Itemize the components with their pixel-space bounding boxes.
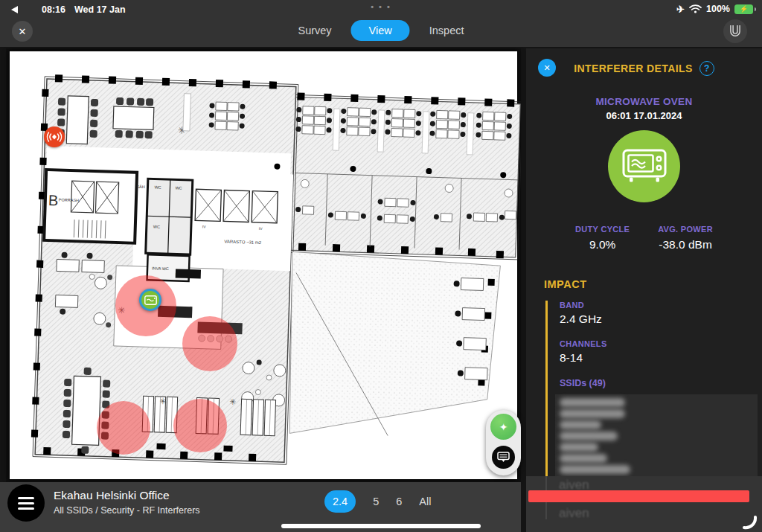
hamburger-icon xyxy=(18,497,34,499)
loading-arc-icon xyxy=(742,513,758,530)
impact-heading: IMPACT xyxy=(544,278,762,290)
floor-plan-view[interactable]: B PORRASH. SÄH WC WC WC INVA WC xyxy=(6,48,521,482)
multitask-dots-icon[interactable]: • • • xyxy=(371,2,391,11)
status-time: 08:16 xyxy=(42,4,65,15)
battery-icon: ⚡ xyxy=(734,4,753,14)
interferer-dot-marker[interactable] xyxy=(44,126,65,147)
interference-heat-circle xyxy=(97,401,150,455)
panel-title: INTERFERER DETAILS xyxy=(574,63,692,74)
stat-avg-power: AVG. POWER -38.0 dBm xyxy=(658,225,713,251)
battery-percent: 100% xyxy=(706,4,730,14)
ssid-blurred-row xyxy=(560,398,625,407)
stat-value: 9.0% xyxy=(575,238,630,251)
tab-survey[interactable]: Survey xyxy=(287,20,342,41)
ssid-blurred-row xyxy=(560,443,598,452)
ssid-blurred-row xyxy=(560,409,625,418)
interferer-icon-badge xyxy=(608,130,680,202)
note-button[interactable] xyxy=(492,446,515,469)
menu-button[interactable] xyxy=(7,484,45,522)
selected-interferer-marker[interactable] xyxy=(139,289,161,311)
stat-duty-cycle: DUTY CYCLE 9.0% xyxy=(575,225,630,251)
band-6[interactable]: 6 xyxy=(396,496,402,507)
band-value: 2.4 GHz xyxy=(560,313,747,326)
close-project-button[interactable]: ✕ xyxy=(12,21,33,42)
wifi-icon xyxy=(689,4,702,13)
band-5[interactable]: 5 xyxy=(373,496,379,507)
map-action-pill: ✦ xyxy=(486,410,521,475)
status-date: Wed 17 Jan xyxy=(74,4,126,15)
interference-heat-circle xyxy=(182,316,237,371)
band-2-4[interactable]: 2.4 xyxy=(324,490,356,513)
interferer-stats: DUTY CYCLE 9.0% AVG. POWER -38.0 dBm xyxy=(526,225,762,251)
home-indicator[interactable] xyxy=(281,524,481,528)
ssid-blurred-row xyxy=(560,465,630,474)
channels-label: CHANNELS xyxy=(560,339,747,348)
ssid-blurred-row xyxy=(560,454,607,463)
tab-view[interactable]: View xyxy=(351,20,410,41)
mode-tabs: Survey View Inspect xyxy=(287,20,474,41)
status-bar: 08:16 Wed 17 Jan • • • ✈ 100% ⚡ xyxy=(0,0,762,19)
note-bubble-icon xyxy=(497,452,510,463)
ssids-label: SSIDs (49) xyxy=(560,378,747,388)
band-all[interactable]: All xyxy=(419,496,431,507)
ssid-item: aiven xyxy=(559,506,589,521)
impact-section: BAND 2.4 GHz CHANNELS 8-14 SSIDs (49) xyxy=(545,301,747,480)
sparkle-icon: ✦ xyxy=(499,421,508,433)
rf-interference-icon xyxy=(44,126,65,147)
tab-inspect[interactable]: Inspect xyxy=(419,20,475,41)
ssid-blurred-row xyxy=(560,420,601,429)
sidekick-u-icon xyxy=(729,23,742,39)
channels-value: 8-14 xyxy=(560,351,747,365)
back-icon[interactable] xyxy=(11,6,18,13)
help-button[interactable]: ? xyxy=(699,61,714,76)
interference-heat-circle xyxy=(173,399,227,452)
stat-value: -38.0 dBm xyxy=(658,238,713,251)
floor-plan-canvas: B PORRASH. SÄH WC WC WC INVA WC xyxy=(10,51,517,479)
view-subtitle: All SSIDs / Security - RF Interferers xyxy=(54,505,200,516)
map-markers-layer xyxy=(6,48,521,482)
ssid-blurred-row xyxy=(560,432,618,440)
interferer-type: MICROWAVE OVEN xyxy=(526,96,762,107)
ai-assist-button[interactable]: ✦ xyxy=(490,414,516,440)
band-selector: 2.4 5 6 All xyxy=(324,490,431,513)
ssid-blur-list xyxy=(555,394,758,480)
microwave-mini-icon xyxy=(144,295,157,305)
interferer-timestamp: 06:01 17.01.2024 xyxy=(526,110,762,121)
airplane-mode-icon: ✈ xyxy=(676,4,685,14)
panel-bottom-strip: aiven aiven xyxy=(526,476,762,532)
interferer-details-panel: ✕ INTERFERER DETAILS ? MICROWAVE OVEN 06… xyxy=(526,48,762,532)
redacted-alert-bar xyxy=(528,490,749,502)
stat-label: AVG. POWER xyxy=(658,225,713,234)
panel-close-button[interactable]: ✕ xyxy=(538,59,556,77)
project-title: Ekahau Helsinki Office xyxy=(54,489,170,502)
microwave-icon xyxy=(622,149,667,184)
top-bar: 08:16 Wed 17 Jan • • • ✈ 100% ⚡ ✕ Survey… xyxy=(0,0,762,47)
sidekick-button[interactable] xyxy=(723,19,747,43)
band-label: BAND xyxy=(560,301,747,310)
stat-label: DUTY CYCLE xyxy=(575,225,630,234)
